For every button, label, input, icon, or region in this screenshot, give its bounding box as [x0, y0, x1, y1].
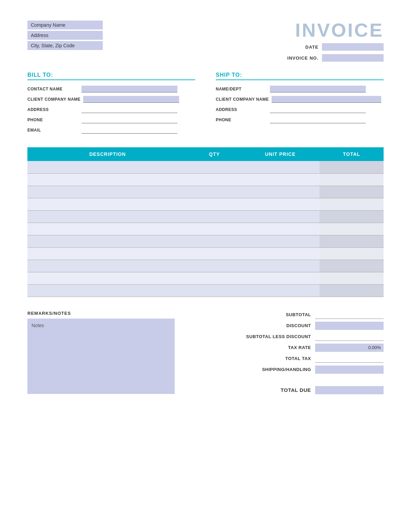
- cell-total[interactable]: [320, 186, 384, 198]
- cell-desc[interactable]: [27, 223, 188, 235]
- bill-address-input[interactable]: [82, 106, 177, 113]
- total-tax-label: TOTAL TAX: [242, 356, 311, 361]
- table-row[interactable]: [27, 284, 384, 297]
- cell-qty[interactable]: [188, 272, 241, 284]
- ship-to-col: SHIP TO: NAME/DEPT CLIENT COMPANY NAME A…: [216, 72, 384, 137]
- table-row[interactable]: [27, 210, 384, 223]
- cell-unit-price[interactable]: [241, 223, 320, 235]
- cell-total[interactable]: [320, 161, 384, 173]
- col-unit-price: UNIT PRICE: [241, 147, 320, 161]
- cell-unit-price[interactable]: [241, 173, 320, 186]
- cell-total[interactable]: [320, 260, 384, 272]
- bottom-section: REMARKS/NOTES Notes SUBTOTAL DISCOUNT SU…: [27, 311, 384, 394]
- cell-total[interactable]: [320, 198, 384, 210]
- tax-rate-value[interactable]: 0.00%: [315, 344, 384, 352]
- cell-total[interactable]: [320, 210, 384, 223]
- bill-email-label: EMAIL: [27, 128, 79, 133]
- table-row[interactable]: [27, 173, 384, 186]
- cell-unit-price[interactable]: [241, 260, 320, 272]
- city-field[interactable]: City, State, Zip Code: [27, 41, 103, 50]
- notes-box[interactable]: Notes: [27, 319, 175, 394]
- bill-company-input[interactable]: [83, 96, 179, 103]
- table-row[interactable]: [27, 235, 384, 247]
- company-name-field[interactable]: Company Name: [27, 21, 103, 29]
- cell-qty[interactable]: [188, 260, 241, 272]
- cell-desc[interactable]: [27, 210, 188, 223]
- cell-qty[interactable]: [188, 235, 241, 247]
- table-row[interactable]: [27, 223, 384, 235]
- bill-phone-row: PHONE: [27, 116, 195, 123]
- ship-company-input[interactable]: [272, 96, 381, 103]
- ship-address-label: ADDRESS: [216, 107, 267, 112]
- cell-unit-price[interactable]: [241, 284, 320, 297]
- cell-unit-price[interactable]: [241, 198, 320, 210]
- bill-contact-row: CONTACT NAME: [27, 86, 195, 92]
- address-field[interactable]: Address: [27, 31, 103, 40]
- ship-phone-input[interactable]: [270, 116, 366, 123]
- cell-desc[interactable]: [27, 260, 188, 272]
- cell-total[interactable]: [320, 272, 384, 284]
- subtotal-row: SUBTOTAL: [188, 311, 384, 319]
- ship-name-input[interactable]: [270, 86, 366, 92]
- total-tax-row: TOTAL TAX: [188, 355, 384, 363]
- cell-total[interactable]: [320, 235, 384, 247]
- bill-email-input[interactable]: [82, 127, 177, 134]
- cell-desc[interactable]: [27, 161, 188, 173]
- cell-total[interactable]: [320, 173, 384, 186]
- ship-address-input[interactable]: [270, 106, 366, 113]
- shipping-value[interactable]: [315, 366, 384, 374]
- tax-rate-row: TAX RATE 0.00%: [188, 344, 384, 352]
- cell-unit-price[interactable]: [241, 235, 320, 247]
- discount-label: DISCOUNT: [242, 323, 311, 328]
- cell-total[interactable]: [320, 223, 384, 235]
- table-row[interactable]: [27, 272, 384, 284]
- ship-name-row: NAME/DEPT: [216, 86, 384, 92]
- cell-desc[interactable]: [27, 186, 188, 198]
- cell-unit-price[interactable]: [241, 161, 320, 173]
- cell-qty[interactable]: [188, 198, 241, 210]
- total-due-value[interactable]: [315, 386, 384, 394]
- table-row[interactable]: [27, 260, 384, 272]
- cell-unit-price[interactable]: [241, 247, 320, 260]
- remarks-label: REMARKS/NOTES: [27, 311, 175, 316]
- cell-desc[interactable]: [27, 173, 188, 186]
- bill-contact-label: CONTACT NAME: [27, 87, 79, 91]
- invoice-no-input[interactable]: [322, 54, 384, 62]
- bill-contact-input[interactable]: [82, 86, 177, 92]
- table-row[interactable]: [27, 198, 384, 210]
- cell-unit-price[interactable]: [241, 272, 320, 284]
- cell-total[interactable]: [320, 284, 384, 297]
- cell-qty[interactable]: [188, 186, 241, 198]
- cell-desc[interactable]: [27, 235, 188, 247]
- bill-company-label: CLIENT COMPANY NAME: [27, 97, 80, 102]
- invoice-title: INVOICE: [295, 21, 384, 40]
- cell-qty[interactable]: [188, 223, 241, 235]
- cell-desc[interactable]: [27, 198, 188, 210]
- cell-desc[interactable]: [27, 284, 188, 297]
- cell-qty[interactable]: [188, 247, 241, 260]
- company-info: Company Name Address City, State, Zip Co…: [27, 21, 103, 50]
- ship-name-label: NAME/DEPT: [216, 87, 267, 91]
- table-row[interactable]: [27, 161, 384, 173]
- table-row[interactable]: [27, 186, 384, 198]
- cell-unit-price[interactable]: [241, 186, 320, 198]
- cell-qty[interactable]: [188, 161, 241, 173]
- bill-phone-label: PHONE: [27, 117, 79, 122]
- total-due-row: TOTAL DUE: [188, 386, 384, 394]
- subtotal-value[interactable]: [315, 311, 384, 319]
- discount-value[interactable]: [315, 322, 384, 330]
- cell-total[interactable]: [320, 247, 384, 260]
- total-tax-value[interactable]: [315, 355, 384, 363]
- date-input[interactable]: [322, 43, 384, 51]
- cell-desc[interactable]: [27, 272, 188, 284]
- cell-qty[interactable]: [188, 173, 241, 186]
- bill-phone-input[interactable]: [82, 116, 177, 123]
- date-label: DATE: [277, 45, 319, 50]
- table-row[interactable]: [27, 247, 384, 260]
- cell-desc[interactable]: [27, 247, 188, 260]
- subtotal-less-value[interactable]: [315, 333, 384, 341]
- cell-unit-price[interactable]: [241, 210, 320, 223]
- cell-qty[interactable]: [188, 284, 241, 297]
- cell-qty[interactable]: [188, 210, 241, 223]
- ship-phone-label: PHONE: [216, 117, 267, 122]
